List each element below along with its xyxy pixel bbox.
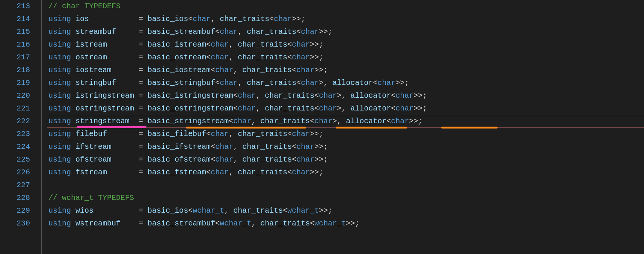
code-token: < (391, 104, 395, 113)
code-line[interactable]: using ios = basic_ios<char, char_traits<… (48, 13, 644, 26)
code-token (112, 142, 139, 151)
code-token: < (206, 53, 211, 62)
code-token: , (256, 91, 265, 100)
code-line[interactable]: using filebuf = basic_filebuf<char, char… (48, 128, 644, 141)
code-token: = (139, 79, 143, 87)
code-token: char_traits (265, 104, 314, 113)
code-line[interactable]: using ostringstream = basic_ostringstrea… (48, 102, 644, 115)
code-token: >, (337, 104, 350, 113)
code-token: < (215, 219, 220, 228)
code-token: using (48, 142, 71, 151)
code-token (143, 40, 148, 49)
code-editor[interactable]: 2132142152162172182192202212222232242252… (0, 0, 644, 254)
code-token: >>; (314, 142, 328, 151)
code-line[interactable]: using ifstream = basic_ifstream<char, ch… (48, 141, 644, 153)
code-token: char (211, 40, 229, 49)
code-token (134, 91, 139, 100)
code-line[interactable] (48, 179, 644, 192)
code-token: basic_iostream (148, 66, 211, 74)
code-token: >>; (310, 130, 323, 138)
code-token: < (233, 91, 238, 100)
code-token: >, (319, 79, 332, 87)
code-token (71, 53, 75, 62)
code-token: allocator (350, 104, 391, 113)
code-token: stringstream (75, 117, 130, 125)
code-token: = (139, 130, 143, 138)
code-line[interactable]: using stringbuf = basic_stringbuf<char, … (48, 77, 644, 89)
code-token: char (292, 53, 310, 62)
code-token: = (139, 117, 143, 125)
line-number: 220 (0, 89, 30, 102)
code-token: = (139, 104, 143, 113)
code-token: < (206, 168, 211, 177)
code-token: < (287, 40, 292, 49)
code-token: istringstream (75, 91, 134, 100)
code-line[interactable]: using streambuf = basic_streambuf<char, … (48, 26, 644, 38)
code-token: ifstream (75, 142, 112, 151)
code-token: , (233, 142, 242, 151)
code-token: basic_ios (148, 15, 188, 23)
code-line[interactable]: using ostream = basic_ostream<char, char… (48, 51, 644, 64)
code-token: = (139, 91, 143, 100)
code-line[interactable]: // wchar_t TYPEDEFS (48, 192, 644, 204)
code-token: < (314, 91, 319, 100)
code-token (71, 155, 75, 164)
code-token: char_traits (247, 79, 296, 87)
code-token: < (283, 206, 287, 215)
code-token: < (206, 40, 211, 49)
code-token: using (48, 104, 71, 113)
code-token: < (269, 15, 274, 23)
code-token: < (310, 219, 314, 228)
code-line[interactable]: using wios = basic_ios<wchar_t, char_tra… (48, 204, 644, 217)
code-token: >>; (319, 27, 332, 36)
code-token: < (287, 130, 292, 138)
code-token: using (48, 27, 71, 36)
code-token: = (139, 53, 143, 62)
code-token (71, 117, 75, 125)
code-line[interactable]: using ofstream = basic_ofstream<char, ch… (48, 153, 644, 166)
line-number: 229 (0, 204, 30, 217)
code-token: basic_ofstream (148, 155, 211, 164)
code-token: , (233, 155, 242, 164)
code-token: istream (75, 40, 107, 49)
code-token: ostream (75, 53, 107, 62)
line-number: 222 (0, 115, 30, 128)
code-token: basic_stringbuf (148, 79, 215, 87)
code-token: iostream (75, 66, 112, 74)
code-line[interactable]: using istringstream = basic_istringstrea… (48, 89, 644, 102)
code-token: basic_ostringstream (148, 104, 233, 113)
code-token: char (314, 117, 332, 125)
code-token: >>; (413, 91, 427, 100)
code-token: using (48, 219, 71, 228)
code-token: using (48, 206, 71, 215)
code-token: >, (337, 91, 350, 100)
code-token (71, 206, 75, 215)
code-token: basic_stringstream (148, 117, 229, 125)
code-token: char_traits (242, 142, 292, 151)
code-line[interactable]: using wstreambuf = basic_streambuf<wchar… (48, 217, 644, 230)
line-number: 223 (0, 128, 30, 141)
code-token: < (211, 142, 215, 151)
code-line[interactable]: using stringstream = basic_stringstream<… (48, 115, 644, 128)
code-token (143, 91, 148, 100)
line-number: 213 (0, 0, 30, 13)
code-line[interactable]: using istream = basic_istream<char, char… (48, 38, 644, 51)
code-token: wchar_t (287, 206, 319, 215)
code-token (116, 27, 139, 36)
code-token: basic_streambuf (148, 27, 215, 36)
code-token (107, 40, 139, 49)
code-token: >>; (314, 66, 328, 74)
code-line[interactable]: // char TYPEDEFS (48, 0, 644, 13)
code-line[interactable]: using fstream = basic_fstream<char, char… (48, 166, 644, 179)
line-number: 214 (0, 13, 30, 26)
code-token: < (206, 130, 211, 138)
code-line[interactable]: using iostream = basic_iostream<char, ch… (48, 64, 644, 77)
code-token: basic_ifstream (148, 142, 211, 151)
code-token: < (314, 104, 319, 113)
code-token: = (139, 142, 143, 151)
code-token: basic_streambuf (148, 219, 215, 228)
code-content-area[interactable]: // char TYPEDEFSusing ios = basic_ios<ch… (41, 0, 644, 254)
code-token: allocator (332, 79, 373, 87)
code-token: >>; (314, 155, 328, 164)
code-token: , (229, 130, 238, 138)
